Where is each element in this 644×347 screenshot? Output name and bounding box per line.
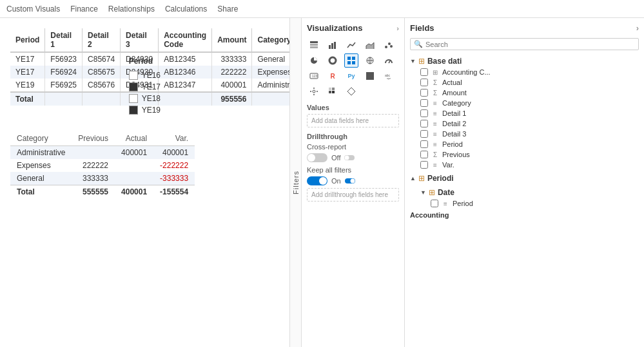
field-checkbox-amount[interactable] [420, 89, 428, 97]
base-dati-label: Base dati [427, 57, 462, 66]
cell-category: Expenses [252, 66, 289, 79]
field-checkbox-previous[interactable] [420, 151, 428, 158]
legend-item-ye16: YE16 [129, 71, 161, 80]
viz-icon-matrix[interactable] [344, 53, 358, 68]
viz-icon-r[interactable]: R [326, 69, 340, 83]
svg-rect-25 [332, 88, 335, 90]
field-checkbox-accounting[interactable] [420, 68, 428, 76]
svg-point-10 [329, 57, 336, 64]
field-item-detail1: ≡ Detail 1 [410, 108, 639, 118]
viz-icon-filled[interactable] [363, 69, 377, 83]
fields-panel-header: Fields › [410, 23, 639, 33]
search-input[interactable] [425, 41, 635, 48]
field-item-actual: Σ Actual [410, 77, 639, 88]
field-group-header-date[interactable]: ▼ ⊞ Date [420, 187, 639, 198]
viz-icon-map[interactable] [363, 53, 377, 68]
summary-col-previous: Previous [72, 131, 115, 146]
text-icon-var: ≡ [431, 162, 440, 169]
field-group-header-base-dati[interactable]: ▼ ⊞ Base dati [410, 55, 639, 67]
cell-amount: 400001 [212, 79, 252, 92]
nav-finance[interactable]: Finance [70, 5, 98, 14]
periodi-label: Periodi [427, 174, 454, 183]
cross-report-label: Cross-report [307, 143, 399, 151]
viz-icon-scatter[interactable] [382, 38, 396, 52]
svg-rect-20 [366, 72, 374, 80]
period-legend: Period YE16 YE17 YE18 YE19 [129, 57, 161, 115]
viz-icon-area[interactable] [363, 38, 377, 52]
viz-icon-gauge[interactable] [382, 53, 396, 68]
field-checkbox-category[interactable] [420, 99, 428, 107]
keep-filters-label: Keep all filters [307, 166, 399, 174]
field-checkbox-detail1[interactable] [420, 109, 428, 117]
cell-category: General [252, 52, 289, 66]
viz-icon-heatmap[interactable] [326, 84, 340, 98]
drillthrough-label: Drillthrough [307, 133, 399, 140]
legend-title: Period [129, 57, 161, 66]
nav-calculations[interactable]: Calculations [165, 5, 207, 14]
viz-icon-donut[interactable] [326, 53, 340, 68]
viz-panel-title: Visualizations [307, 23, 362, 33]
field-checkbox-period[interactable] [420, 140, 428, 148]
summary-col-category: Category [10, 131, 72, 146]
cross-report-toggle[interactable] [307, 153, 327, 162]
filters-sidebar[interactable]: Filters [290, 18, 302, 347]
add-data-fields[interactable]: Add data fields here [307, 114, 399, 127]
summary-var: -222222 [153, 159, 195, 172]
svg-text:123: 123 [312, 74, 318, 78]
viz-icon-py[interactable]: Py [344, 69, 358, 83]
viz-icon-pie[interactable] [307, 53, 321, 68]
viz-icon-diamond[interactable] [344, 84, 358, 98]
svg-rect-3 [329, 45, 331, 49]
field-checkbox-detail3[interactable] [420, 130, 428, 138]
fields-panel-arrow[interactable]: › [636, 23, 639, 33]
viz-icon-wordcloud[interactable]: abcxyz [382, 69, 396, 83]
cell-detail2: C85675 [83, 66, 121, 79]
cell-detail1: F56923 [45, 52, 83, 66]
viz-icon-card[interactable]: 123 [307, 69, 321, 83]
keep-filters-toggle[interactable] [307, 176, 327, 185]
viz-icon-bar[interactable] [326, 38, 340, 52]
field-checkbox-date-period[interactable] [431, 200, 438, 207]
col-amount: Amount [212, 28, 252, 52]
nav-share[interactable]: Share [217, 5, 238, 14]
svg-rect-11 [347, 57, 351, 60]
summary-total-previous: 555555 [72, 185, 115, 199]
field-checkbox-var[interactable] [420, 161, 428, 169]
total-empty5 [252, 92, 289, 106]
field-label-actual: Actual [442, 79, 462, 86]
cell-period: YE17 [10, 66, 45, 79]
chevron-down-icon: ▼ [410, 58, 416, 64]
field-checkbox-detail2[interactable] [420, 120, 428, 127]
viz-panel-arrow[interactable]: › [396, 24, 399, 32]
accounting-section-label: Accounting [410, 211, 639, 219]
viz-panel: Visualizations › [302, 18, 405, 347]
field-label-category: Category [442, 99, 471, 107]
summary-cat: Administrative [10, 146, 72, 160]
col-detail3: Detail 3 [121, 28, 159, 52]
fields-panel: Fields › 🔍 ▼ ⊞ Base dati ⊞ Accounting C.… [405, 18, 644, 347]
field-label-period: Period [442, 140, 463, 148]
col-detail1: Detail 1 [45, 28, 83, 52]
field-item-detail2: ≡ Detail 2 [410, 118, 639, 129]
summary-cat: General [10, 172, 72, 185]
add-drillthrough-fields[interactable]: Add drillthrough fields here [307, 188, 399, 202]
viz-icons-grid: 123 R Py abcxyz [307, 38, 399, 98]
viz-icon-table[interactable] [307, 38, 321, 52]
nav-relationships[interactable]: Relationships [108, 5, 155, 14]
cell-code: AB12347 [159, 79, 212, 92]
viz-icon-line[interactable] [344, 38, 358, 52]
viz-icon-settings[interactable] [307, 84, 321, 98]
filters-label[interactable]: Filters [292, 171, 300, 194]
nav-custom-visuals[interactable]: Custom Visuals [6, 5, 60, 14]
cell-period: YE19 [10, 79, 45, 92]
summary-prev: 222222 [72, 159, 115, 172]
field-group-header-periodi[interactable]: ▲ ⊞ Periodi [410, 173, 639, 184]
legend-box-ye16 [129, 71, 138, 80]
legend-box-ye19 [129, 106, 138, 115]
col-accounting-code: Accounting Code [159, 28, 212, 52]
text-icon-detail1: ≡ [431, 110, 440, 117]
field-checkbox-actual[interactable] [420, 79, 428, 86]
legend-label-ye16: YE16 [142, 71, 161, 80]
legend-item-ye18: YE18 [129, 94, 161, 103]
total-empty1 [45, 92, 83, 106]
